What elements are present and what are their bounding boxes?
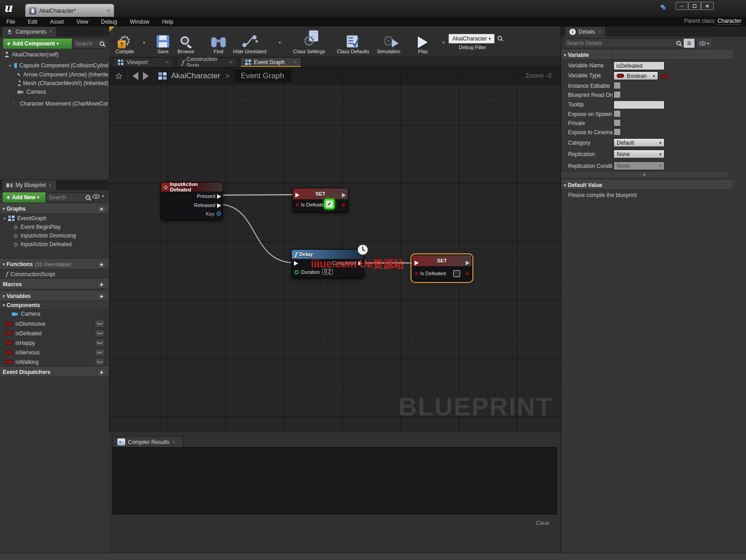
exec-pin-out[interactable] xyxy=(217,203,221,208)
container-type-pill-icon[interactable] xyxy=(661,75,669,79)
variable-visibility-button[interactable] xyxy=(95,348,105,356)
compiler-tab-close-icon[interactable]: × xyxy=(172,439,175,445)
details-tab-close-icon[interactable]: × xyxy=(598,29,601,35)
components-search-input[interactable] xyxy=(74,40,99,47)
find-button[interactable]: Find xyxy=(210,30,227,54)
section-variables[interactable]: ▾ Variables + xyxy=(0,291,109,301)
asset-tab-close-icon[interactable]: × xyxy=(107,7,110,14)
variable-type-dropdown[interactable]: Boolean ▾ xyxy=(614,71,658,80)
replication-dropdown[interactable]: None ▾ xyxy=(614,150,665,158)
expose-to-cinematics-checkbox[interactable] xyxy=(614,128,621,136)
compile-button[interactable]: ⚙ ? Compile xyxy=(116,30,134,54)
variable-ishappy-item[interactable]: isHappy xyxy=(5,339,105,347)
hide-unrelated-chevron-icon[interactable]: ▾ xyxy=(279,40,281,45)
variable-visibility-button[interactable] xyxy=(95,358,105,366)
details-visibility-button[interactable]: ▾ xyxy=(696,38,712,48)
section-graphs[interactable]: ▾ Graphs + xyxy=(0,204,109,214)
component-row-camera[interactable]: Camera xyxy=(17,89,108,95)
node-set-isdefeated-true[interactable]: SET Is Defeated ✓ xyxy=(293,188,348,212)
tab-viewport[interactable]: Viewport × xyxy=(113,57,174,67)
my-blueprint-search-input[interactable] xyxy=(48,194,85,201)
add-new-button[interactable]: + Add New ▾ xyxy=(2,192,51,203)
node-inputaction-defeated[interactable]: ◇ InputAction Defeated Pressed Released … xyxy=(161,182,223,220)
asset-document-tab[interactable]: AkaiCharacter* × xyxy=(25,4,114,17)
exec-pin-out[interactable] xyxy=(217,194,221,199)
section-default-value[interactable]: ▾ Default Value xyxy=(561,180,733,190)
variable-visibility-button[interactable] xyxy=(95,339,105,347)
private-checkbox[interactable] xyxy=(614,119,621,126)
tab-close-icon[interactable]: × xyxy=(166,59,169,66)
pin-released[interactable]: Released xyxy=(194,202,215,208)
nav-back-icon[interactable] xyxy=(132,72,138,80)
variable-name-input[interactable] xyxy=(614,61,665,70)
expander-icon[interactable]: ▾ xyxy=(9,64,11,68)
nav-forward-icon[interactable] xyxy=(143,72,149,80)
class-settings-button[interactable]: ⚙ Class Settings xyxy=(293,30,325,54)
pin-key[interactable]: Key xyxy=(206,211,214,217)
section-functions[interactable]: ▾ Functions (31 Overridable) + xyxy=(0,259,109,269)
hide-unrelated-button[interactable]: Hide Unrelated xyxy=(233,30,266,54)
tab-close-icon[interactable]: × xyxy=(293,59,296,66)
checkbox-checked[interactable]: ✓ xyxy=(326,201,333,207)
close-button[interactable]: ✕ xyxy=(701,2,714,10)
node-set-isdefeated-false[interactable]: SET Is Defeated xyxy=(412,255,472,282)
components-tab-close-icon[interactable]: × xyxy=(49,29,52,35)
tab-close-icon[interactable]: × xyxy=(229,59,233,66)
component-row-arrow[interactable]: Arrow Component (Arrow) (Inherite xyxy=(17,71,108,78)
add-variable-button[interactable]: + xyxy=(97,293,106,300)
parent-class-value[interactable]: Character xyxy=(717,18,741,25)
section-macros[interactable]: Macros + xyxy=(0,279,109,289)
bool-pin-in[interactable] xyxy=(415,272,419,276)
component-row-capsule[interactable]: ▾ Capsule Component (CollisionCylind xyxy=(9,62,108,69)
class-defaults-button[interactable]: Class Defaults xyxy=(337,30,369,54)
minimize-button[interactable]: ─ xyxy=(675,2,688,10)
variable-iswalking-item[interactable]: isWalking xyxy=(5,358,105,366)
exec-pin-in[interactable] xyxy=(295,193,299,197)
chevron-down-icon[interactable]: ▾ xyxy=(102,194,104,198)
blueprint-read-only-checkbox[interactable] xyxy=(614,91,621,98)
instance-editable-checkbox[interactable] xyxy=(614,82,621,89)
expose-on-spawn-checkbox[interactable] xyxy=(614,110,621,117)
play-options-chevron-icon[interactable]: ▾ xyxy=(442,40,445,45)
event-beginplay-item[interactable]: ◇ Event BeginPlay xyxy=(14,224,61,230)
tab-details[interactable]: i Details × xyxy=(565,26,606,37)
add-graph-button[interactable]: + xyxy=(97,205,106,213)
exec-pin-out[interactable] xyxy=(466,261,470,265)
checkbox-unchecked[interactable] xyxy=(453,270,460,277)
component-row-character-movement[interactable]: ° Character Movement (CharMoveCon xyxy=(13,101,108,107)
maximize-button[interactable]: ☐ xyxy=(688,2,701,10)
add-event-dispatcher-button[interactable]: + xyxy=(97,368,106,376)
bool-pin-in[interactable] xyxy=(295,203,299,207)
breadcrumb-root[interactable]: AkaiCharacter xyxy=(171,71,220,80)
menu-window[interactable]: Window xyxy=(123,19,156,25)
browse-button[interactable]: Browse xyxy=(178,30,194,54)
tab-components[interactable]: Components × xyxy=(2,26,57,37)
compiler-clear-button[interactable]: Clear xyxy=(536,520,550,526)
section-event-dispatchers[interactable]: Event Dispatchers + xyxy=(0,367,109,377)
inputaction-dismissing-item[interactable]: ◇ InputAction Dismissing xyxy=(14,232,76,239)
exec-pin-in[interactable] xyxy=(415,261,419,265)
add-function-button[interactable]: + xyxy=(97,261,106,268)
my-blueprint-search[interactable] xyxy=(46,192,93,202)
category-dropdown[interactable]: Default ▾ xyxy=(614,138,665,147)
bool-pin-out[interactable] xyxy=(341,203,345,207)
pin-pressed[interactable]: Pressed xyxy=(197,193,215,199)
variable-visibility-button[interactable] xyxy=(95,329,105,337)
menu-debug[interactable]: Debug xyxy=(95,19,123,25)
variable-isdefeated-item[interactable]: isDefeated xyxy=(5,329,105,337)
variable-isnervous-item[interactable]: isNervous xyxy=(5,348,105,356)
eventgraph-item[interactable]: ▾ EventGraph xyxy=(4,215,46,222)
duration-pin[interactable] xyxy=(294,270,299,274)
variable-visibility-button[interactable] xyxy=(95,320,105,328)
exec-pin-out[interactable] xyxy=(342,193,346,197)
add-macro-button[interactable]: + xyxy=(97,281,106,288)
simulation-button[interactable]: ⚙ Simulation xyxy=(377,30,400,54)
tab-event-graph[interactable]: Event Graph × xyxy=(240,57,301,67)
debug-filter-dropdown[interactable]: AkaiCharacter ▾ xyxy=(448,34,495,44)
section-variables-components[interactable]: ▾ Components xyxy=(0,301,109,310)
details-search[interactable] xyxy=(563,38,684,48)
compiler-results-log[interactable] xyxy=(112,447,557,515)
tab-compiler-results[interactable]: >_ Compiler Results × xyxy=(113,436,183,447)
bool-pin-out[interactable] xyxy=(465,272,469,276)
favorite-star-icon[interactable]: ☆ xyxy=(115,71,123,81)
